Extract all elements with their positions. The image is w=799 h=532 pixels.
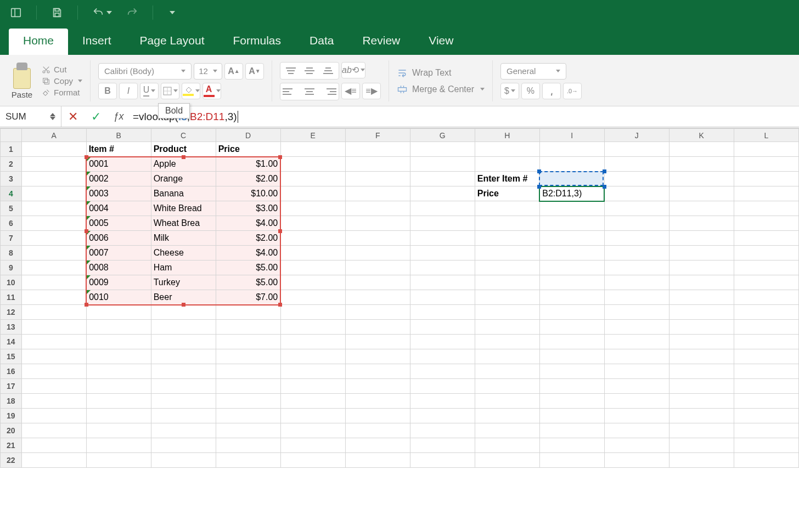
cell-C17[interactable] [151, 379, 216, 394]
cell-G6[interactable] [410, 216, 475, 231]
cell-F6[interactable] [345, 216, 410, 231]
cell-G22[interactable] [410, 453, 475, 468]
cell-G17[interactable] [410, 379, 475, 394]
cell-F13[interactable] [345, 320, 410, 335]
align-center-button[interactable] [301, 86, 318, 98]
cell-K19[interactable] [669, 409, 734, 423]
cell-L1[interactable] [734, 142, 798, 157]
cell-B15[interactable] [86, 349, 151, 364]
col-header-E[interactable]: E [280, 129, 345, 142]
cell-K7[interactable] [669, 231, 734, 246]
cell-H20[interactable] [475, 423, 539, 438]
cell-A3[interactable] [21, 172, 86, 186]
cell-J22[interactable] [604, 453, 669, 468]
cell-B22[interactable] [86, 453, 151, 468]
cell-B16[interactable] [86, 364, 151, 379]
cell-D17[interactable] [216, 379, 280, 394]
col-header-A[interactable]: A [21, 129, 86, 142]
cell-A7[interactable] [21, 231, 86, 246]
row-header-1[interactable]: 1 [1, 142, 22, 157]
cell-H19[interactable] [475, 409, 539, 423]
cell-D18[interactable] [216, 394, 280, 409]
row-header-12[interactable]: 12 [1, 305, 22, 320]
name-box[interactable]: SUM [0, 106, 61, 127]
row-header-21[interactable]: 21 [1, 438, 22, 453]
copy-button[interactable]: Copy [42, 76, 82, 86]
cell-K4[interactable] [669, 186, 734, 201]
cell-J19[interactable] [604, 409, 669, 423]
italic-button[interactable]: I [119, 83, 138, 99]
cell-L21[interactable] [734, 438, 798, 453]
cell-B17[interactable] [86, 379, 151, 394]
cell-L4[interactable] [734, 186, 798, 201]
underline-button[interactable]: U [140, 83, 159, 99]
cell-A6[interactable] [21, 216, 86, 231]
cell-G5[interactable] [410, 201, 475, 216]
tab-home[interactable]: Home [9, 29, 68, 55]
select-all-corner[interactable] [1, 129, 22, 142]
row-header-22[interactable]: 22 [1, 453, 22, 468]
cell-L20[interactable] [734, 423, 798, 438]
col-header-I[interactable]: I [539, 129, 604, 142]
cell-D20[interactable] [216, 423, 280, 438]
cell-D22[interactable] [216, 453, 280, 468]
cell-C20[interactable] [151, 423, 216, 438]
cell-J11[interactable] [604, 290, 669, 305]
cell-C1[interactable]: Product [151, 142, 216, 157]
cell-E22[interactable] [280, 453, 345, 468]
cell-H16[interactable] [475, 364, 539, 379]
cell-I3[interactable] [539, 172, 604, 186]
increase-indent-button[interactable]: ≡▶ [362, 83, 381, 99]
cell-D13[interactable] [216, 320, 280, 335]
cell-J18[interactable] [604, 394, 669, 409]
cell-C19[interactable] [151, 409, 216, 423]
cell-A1[interactable] [21, 142, 86, 157]
cell-H10[interactable] [475, 275, 539, 290]
align-middle-button[interactable] [301, 65, 318, 77]
cell-F11[interactable] [345, 290, 410, 305]
cell-J17[interactable] [604, 379, 669, 394]
cell-L10[interactable] [734, 275, 798, 290]
cell-J5[interactable] [604, 201, 669, 216]
cell-H3[interactable]: Enter Item # [475, 172, 539, 186]
cell-G1[interactable] [410, 142, 475, 157]
cell-L8[interactable] [734, 246, 798, 261]
cell-E19[interactable] [280, 409, 345, 423]
cell-D2[interactable]: $1.00 [216, 157, 280, 172]
redo-icon[interactable] [126, 7, 138, 19]
cell-G18[interactable] [410, 394, 475, 409]
cell-H21[interactable] [475, 438, 539, 453]
cell-I14[interactable] [539, 335, 604, 349]
cell-J16[interactable] [604, 364, 669, 379]
cell-B4[interactable]: 0003 [86, 186, 151, 201]
cell-E5[interactable] [280, 201, 345, 216]
cell-D15[interactable] [216, 349, 280, 364]
cell-I13[interactable] [539, 320, 604, 335]
cell-A2[interactable] [21, 157, 86, 172]
cell-F17[interactable] [345, 379, 410, 394]
undo-icon[interactable] [92, 7, 112, 19]
row-header-6[interactable]: 6 [1, 216, 22, 231]
tab-view[interactable]: View [414, 29, 468, 55]
formula-input[interactable]: =vlookup(I3,B2:D11,3) [130, 111, 799, 123]
col-header-J[interactable]: J [604, 129, 669, 142]
cell-I2[interactable] [539, 157, 604, 172]
align-left-button[interactable] [283, 86, 299, 98]
cell-A4[interactable] [21, 186, 86, 201]
decrease-font-button[interactable]: A▼ [245, 63, 264, 80]
align-right-button[interactable] [320, 86, 336, 98]
cancel-formula-button[interactable]: ✕ [61, 110, 85, 124]
cell-D7[interactable]: $2.00 [216, 231, 280, 246]
orientation-button[interactable]: ab⟲ [341, 62, 365, 78]
cell-G4[interactable] [410, 186, 475, 201]
col-header-G[interactable]: G [410, 129, 475, 142]
cell-L12[interactable] [734, 305, 798, 320]
cell-B12[interactable] [86, 305, 151, 320]
cell-C15[interactable] [151, 349, 216, 364]
cell-L22[interactable] [734, 453, 798, 468]
cell-I18[interactable] [539, 394, 604, 409]
cell-C3[interactable]: Orange [151, 172, 216, 186]
cell-L11[interactable] [734, 290, 798, 305]
increase-font-button[interactable]: A▲ [224, 63, 243, 80]
enter-formula-button[interactable]: ✓ [85, 110, 108, 124]
